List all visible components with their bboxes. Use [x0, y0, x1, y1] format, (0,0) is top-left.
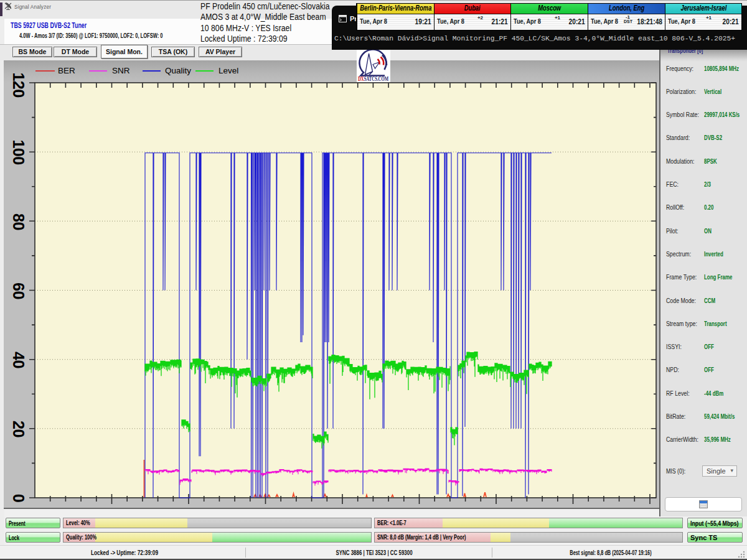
- svg-text:DXSATCS.COM: DXSATCS.COM: [358, 75, 388, 82]
